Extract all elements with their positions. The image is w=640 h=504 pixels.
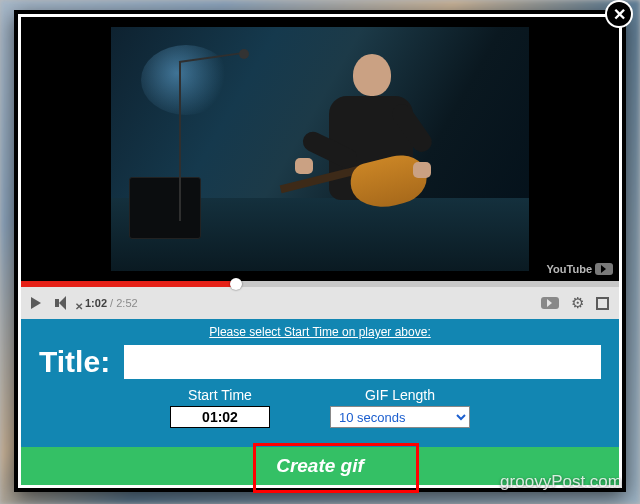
play-button[interactable] [31, 297, 41, 309]
play-icon [31, 297, 41, 309]
youtube-logo[interactable]: YouTube [547, 263, 613, 275]
start-time-label: Start Time [188, 387, 252, 403]
title-input[interactable] [124, 345, 601, 379]
progress-bar[interactable] [21, 281, 619, 287]
start-time-input[interactable] [170, 406, 270, 428]
gif-length-label: GIF Length [365, 387, 435, 403]
speaker-muted-icon [55, 296, 71, 310]
modal-content: YouTube ✕ 1:02 / [18, 14, 622, 488]
create-gif-button[interactable]: Create gif [236, 451, 404, 481]
modal: ✕ Yo [14, 10, 626, 492]
fullscreen-icon [596, 297, 609, 310]
gif-form: Please select Start Time on player above… [21, 319, 619, 447]
time-display: 1:02 / 2:52 [85, 297, 138, 309]
mute-button[interactable]: ✕ [55, 296, 71, 310]
video-preview[interactable]: YouTube [21, 17, 619, 281]
title-label: Title: [39, 345, 110, 379]
video-frame [111, 27, 529, 271]
settings-button[interactable]: ⚙ [571, 294, 584, 312]
youtube-icon [595, 263, 613, 275]
close-icon: ✕ [613, 5, 626, 24]
gear-icon: ⚙ [571, 294, 584, 312]
player-controls: ✕ 1:02 / 2:52 ⚙ [21, 281, 619, 319]
duration: 2:52 [116, 297, 137, 309]
create-bar: Create gif [21, 447, 619, 485]
instruction-text: Please select Start Time on player above… [39, 325, 601, 339]
youtube-small-icon [541, 297, 559, 309]
gif-length-select[interactable]: 10 seconds [330, 406, 470, 428]
fullscreen-button[interactable] [596, 297, 609, 310]
watch-on-youtube-button[interactable] [541, 297, 559, 309]
progress-played [21, 281, 236, 287]
youtube-logo-text: YouTube [547, 263, 592, 275]
close-button[interactable]: ✕ [607, 2, 631, 26]
current-time: 1:02 [85, 297, 107, 309]
